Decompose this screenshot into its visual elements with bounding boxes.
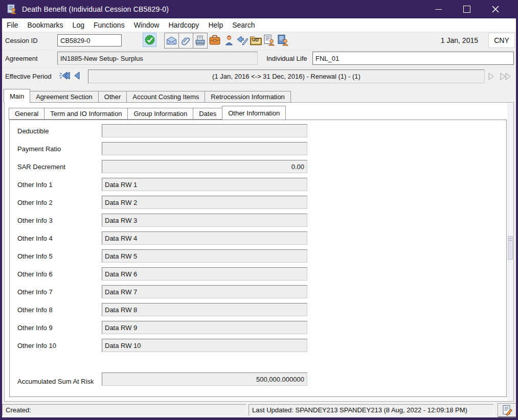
other-info-7-field[interactable]: Data RW 7 xyxy=(102,285,307,298)
other-info-7-label: Other Info 7 xyxy=(17,288,53,296)
arrow-pen-icon xyxy=(236,35,249,45)
mail-button[interactable] xyxy=(164,33,179,49)
paperclip-icon xyxy=(181,36,191,46)
valuation-date: 1 Jan, 2015 xyxy=(441,36,478,44)
user-document-icon xyxy=(263,34,275,46)
titlebar: Death Benefit (Individual Cession CB5829… xyxy=(0,0,518,18)
individual-life-field[interactable]: FNL_01 xyxy=(312,52,514,65)
other-info-5-field[interactable]: Data RW 5 xyxy=(102,249,307,263)
accumulated-sum-at-risk-label: Accumulated Sum At Risk xyxy=(17,378,94,385)
user-document-blue-icon xyxy=(277,34,289,46)
currency-button[interactable]: CNY xyxy=(488,33,515,48)
window-frame-right xyxy=(516,18,518,420)
menu-item-help[interactable]: Help xyxy=(204,21,228,29)
ud-folder-label: UD xyxy=(252,37,259,42)
other-info-9-field[interactable]: Data RW 9 xyxy=(102,321,307,334)
window-frame-bottom xyxy=(0,417,518,420)
tab-account-costing-items[interactable]: Account Costing Items xyxy=(126,91,205,103)
printer-icon xyxy=(195,35,206,46)
print-button[interactable] xyxy=(193,33,208,49)
deductible-field[interactable] xyxy=(102,124,307,137)
previous-period-button[interactable] xyxy=(73,71,81,81)
other-info-1-field[interactable]: Data RW 1 xyxy=(102,178,307,191)
last-arrow-icon xyxy=(500,72,512,81)
subtab-general[interactable]: General xyxy=(9,108,44,120)
briefcase-button[interactable] xyxy=(208,34,221,46)
person-icon xyxy=(224,35,234,46)
other-info-4-field[interactable]: Data RW 4 xyxy=(102,231,307,245)
validate-button[interactable] xyxy=(143,33,156,47)
cession-id-label: Cession ID xyxy=(5,37,38,44)
payment-ratio-label: Payment Ratio xyxy=(17,145,61,153)
other-info-3-field[interactable]: Data RW 3 xyxy=(102,214,307,227)
first-period-button[interactable] xyxy=(58,71,71,81)
other-info-2-field[interactable]: Data RW 2 xyxy=(102,196,307,209)
rename-button[interactable] xyxy=(236,34,249,46)
tab-agreement-section[interactable]: Agreement Section xyxy=(30,91,99,103)
sar-decrement-label: SAR Decrement xyxy=(17,163,65,171)
subtab-other-information[interactable]: Other Information xyxy=(222,106,286,120)
window-frame-left xyxy=(0,18,2,420)
sar-decrement-field[interactable]: 0.00 xyxy=(102,160,307,173)
mail-icon xyxy=(166,36,177,45)
close-button[interactable] xyxy=(481,0,510,18)
scrollbar-grip xyxy=(509,240,512,241)
menu-item-log[interactable]: Log xyxy=(68,21,89,29)
tab-main[interactable]: Main xyxy=(4,89,30,103)
attachment-button[interactable] xyxy=(178,33,193,49)
user-document-blue-button[interactable] xyxy=(277,34,289,46)
other-info-2-label: Other Info 2 xyxy=(17,199,53,206)
menubar: File Bookmarks Log Functions Window Hard… xyxy=(2,18,516,32)
other-info-9-label: Other Info 9 xyxy=(17,324,53,332)
deductible-label: Deductible xyxy=(17,127,49,135)
user-document-button[interactable] xyxy=(263,34,276,46)
subtab-term-and-io-information[interactable]: Term and IO Information xyxy=(44,108,128,120)
minimize-button[interactable] xyxy=(424,0,453,18)
effective-period-field[interactable]: (1 Jan, 2016 <-> 31 Dec, 2016) - Renewal… xyxy=(88,69,485,83)
user-defined-button[interactable]: UD xyxy=(250,34,262,46)
menu-item-bookmarks[interactable]: Bookmarks xyxy=(23,21,68,29)
next-period-button[interactable] xyxy=(487,71,495,81)
validate-check-icon xyxy=(144,34,155,45)
other-info-1-label: Other Info 1 xyxy=(17,181,53,189)
statusbar: Created: Last Updated: SPANDEY213 SPANDE… xyxy=(0,403,518,417)
scrollbar-grip xyxy=(509,238,512,239)
maximize-button[interactable] xyxy=(453,0,481,18)
maximize-icon xyxy=(463,6,470,13)
subtab-group-information[interactable]: Group Information xyxy=(127,108,193,120)
menu-item-functions[interactable]: Functions xyxy=(89,21,129,29)
other-info-10-field[interactable]: Data RW 10 xyxy=(102,339,307,352)
other-info-8-field[interactable]: Data RW 8 xyxy=(102,303,307,316)
other-info-4-label: Other Info 4 xyxy=(17,235,53,242)
menu-item-search[interactable]: Search xyxy=(228,21,259,29)
cession-id-field[interactable]: CB5829-0 xyxy=(57,34,122,46)
other-info-6-label: Other Info 6 xyxy=(17,270,53,278)
created-status: Created: xyxy=(2,404,246,416)
briefcase-icon xyxy=(209,35,221,46)
payment-ratio-field[interactable] xyxy=(102,142,307,155)
menu-item-window[interactable]: Window xyxy=(129,21,164,29)
last-updated-status: Last Updated: SPANDEY213 SPANDEY213 (8 A… xyxy=(249,404,494,416)
last-period-button[interactable] xyxy=(499,71,512,81)
main-tabstrip: Main Agreement Section Other Account Cos… xyxy=(4,89,291,103)
other-info-3-label: Other Info 3 xyxy=(17,217,53,224)
tab-retrocession-information[interactable]: Retrocession Information xyxy=(205,91,291,103)
agreement-label: Agreement xyxy=(5,55,38,62)
audit-notes-button[interactable] xyxy=(498,404,516,417)
app-icon xyxy=(7,4,17,14)
accumulated-sum-at-risk-field[interactable]: 500,000.000000 xyxy=(102,372,307,386)
first-arrow-icon xyxy=(58,71,71,80)
agreement-field[interactable]: IN1885-New Setup- Surplus xyxy=(57,52,258,65)
vertical-scrollbar-thumb[interactable] xyxy=(508,236,513,260)
other-info-5-label: Other Info 5 xyxy=(17,252,53,260)
other-info-6-field[interactable]: Data RW 6 xyxy=(102,267,307,281)
menu-item-hardcopy[interactable]: Hardcopy xyxy=(164,21,204,29)
individual-life-label: Individual Life xyxy=(266,55,307,62)
menu-item-file[interactable]: File xyxy=(2,21,23,29)
row-divider xyxy=(2,67,516,68)
subtab-dates[interactable]: Dates xyxy=(193,108,222,120)
app-window: Death Benefit (Individual Cession CB5829… xyxy=(0,0,518,420)
edit-note-icon xyxy=(502,405,513,416)
tab-other[interactable]: Other xyxy=(98,91,127,103)
person-button[interactable] xyxy=(223,34,235,46)
